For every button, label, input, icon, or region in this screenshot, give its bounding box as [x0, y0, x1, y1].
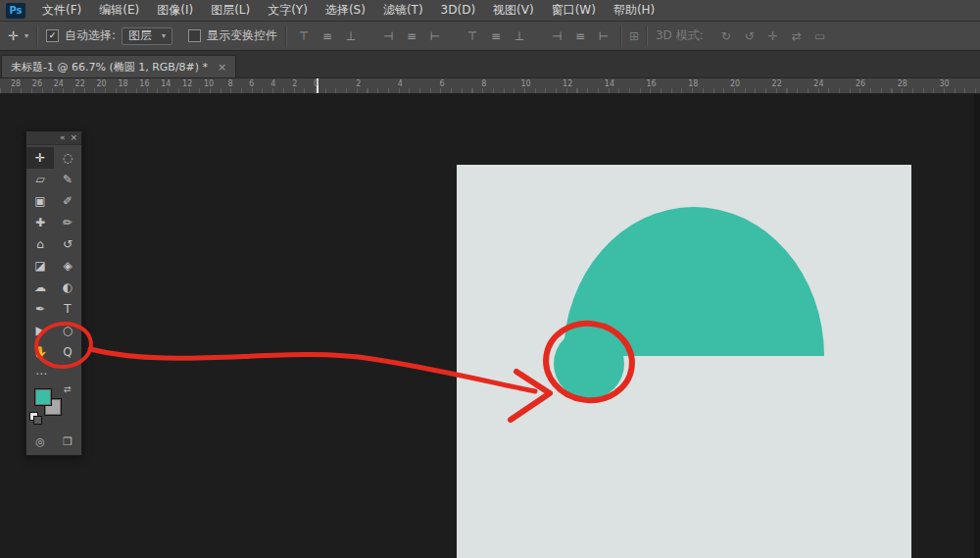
default-colors-back-icon: [33, 416, 42, 425]
ruler-label: 16: [139, 79, 149, 88]
foreground-color-swatch[interactable]: [34, 388, 52, 406]
auto-select-checkbox[interactable]: ✓: [46, 29, 59, 42]
color-swatches: ⇄: [26, 382, 81, 430]
menu-item-0[interactable]: 文件(F): [33, 0, 90, 21]
hand-tool[interactable]: ✋: [26, 341, 54, 363]
distribute-bottom-edges-icon[interactable]: ⊥: [508, 29, 531, 43]
menu-item-2[interactable]: 图像(I): [148, 0, 202, 21]
menu-item-4[interactable]: 文字(Y): [259, 0, 317, 21]
ruler-label: 20: [730, 79, 740, 88]
marquee-tool[interactable]: ◌: [54, 147, 81, 169]
menu-item-10[interactable]: 帮助(H): [605, 0, 663, 21]
quick-mask-icon[interactable]: ◎: [35, 435, 45, 448]
menu-item-7[interactable]: 3D(D): [432, 0, 484, 21]
align-icons-group: ⊤≡⊥⊣≡⊢⊤≡⊥⊣≡⊢: [292, 29, 615, 43]
lasso-tool[interactable]: ▱: [26, 169, 54, 190]
ruler-label: 4: [270, 79, 275, 88]
eyedropper-tool[interactable]: ✐: [54, 190, 81, 212]
3d-drag-icon[interactable]: ✛: [761, 29, 785, 43]
tools-panel-header[interactable]: « ×: [26, 131, 81, 145]
dodge-tool[interactable]: ◐: [54, 277, 81, 298]
menu-item-9[interactable]: 窗口(W): [543, 0, 605, 21]
type-tool[interactable]: T: [54, 298, 81, 320]
ruler-label: 22: [75, 79, 85, 88]
ruler-label: 10: [204, 79, 214, 88]
menu-item-5[interactable]: 选择(S): [317, 0, 374, 21]
menu-item-8[interactable]: 视图(V): [484, 0, 543, 21]
ruler-label: 8: [481, 79, 486, 88]
ruler-label: 6: [440, 79, 445, 88]
ruler-label: 20: [97, 79, 107, 88]
healing-brush-tool[interactable]: ✚: [26, 212, 54, 233]
auto-select-label: 自动选择:: [65, 27, 116, 44]
pen-tool[interactable]: ✒: [26, 298, 54, 320]
3d-slide-icon[interactable]: ⇄: [785, 29, 808, 43]
smudge-tool[interactable]: ☁: [26, 277, 54, 298]
document-tab[interactable]: 未标题-1 @ 66.7% (椭圆 1, RGB/8#) * ×: [1, 55, 236, 77]
tools-panel: « × ✛◌▱✎▣✐✚✏⌂↺◪◈☁◐✒T▶○✋Q ⋯ ⇄ ◎❐: [25, 130, 82, 456]
history-brush-tool[interactable]: ↺: [54, 233, 81, 255]
right-edge-strip: [974, 78, 980, 558]
auto-align-layers-icon[interactable]: ⊞: [622, 29, 646, 43]
screen-mode-icon[interactable]: ❐: [63, 435, 73, 448]
tools-panel-bottom: ◎❐: [26, 430, 81, 455]
move-tool[interactable]: ✛: [26, 147, 54, 169]
ellipse-tool[interactable]: ○: [54, 320, 81, 341]
photoshop-logo: Ps: [6, 3, 25, 19]
edit-toolbar-icon[interactable]: ⋯: [26, 365, 81, 382]
gradient-tool[interactable]: ◈: [54, 255, 81, 277]
align-vertical-centers-icon[interactable]: ≡: [316, 29, 339, 43]
tools-grid: ✛◌▱✎▣✐✚✏⌂↺◪◈☁◐✒T▶○✋Q: [26, 145, 81, 365]
show-transform-checkbox[interactable]: [188, 29, 201, 42]
distribute-vertical-centers-icon[interactable]: ≡: [484, 29, 508, 43]
3d-mode-label: 3D 模式:: [656, 27, 704, 44]
ruler-label: 24: [54, 79, 64, 88]
crop-tool[interactable]: ▣: [26, 190, 54, 212]
ruler-label: 0: [314, 79, 318, 88]
collapse-panel-icon[interactable]: «: [60, 131, 66, 144]
ruler-label: 28: [898, 79, 907, 88]
ruler-label: 16: [647, 79, 657, 88]
ruler-label: 26: [856, 79, 865, 88]
align-horizontal-centers-icon[interactable]: ≡: [400, 29, 423, 43]
swap-colors-icon[interactable]: ⇄: [64, 384, 72, 394]
auto-select-target-dropdown[interactable]: 图层 ▾: [122, 27, 172, 45]
dropdown-value: 图层: [128, 27, 152, 44]
menu-item-6[interactable]: 滤镜(T): [374, 0, 432, 21]
tool-preset-picker[interactable]: ✛ ▾: [0, 28, 36, 43]
chevron-down-icon: ▾: [162, 31, 166, 40]
quick-selection-tool[interactable]: ✎: [54, 169, 81, 190]
distribute-left-edges-icon[interactable]: ⊣: [545, 29, 568, 43]
menu-item-3[interactable]: 图层(L): [202, 0, 259, 21]
document-canvas[interactable]: [457, 165, 911, 558]
menu-item-1[interactable]: 编辑(E): [90, 0, 148, 21]
clone-stamp-tool[interactable]: ⌂: [26, 233, 54, 255]
3d-scale-icon[interactable]: ▭: [808, 29, 832, 43]
ruler-label: 14: [161, 79, 171, 88]
brush-tool[interactable]: ✏: [54, 212, 81, 233]
close-icon[interactable]: ×: [70, 131, 77, 144]
align-top-edges-icon[interactable]: ⊤: [292, 29, 316, 43]
distribute-top-edges-icon[interactable]: ⊤: [461, 29, 484, 43]
ruler-label: 18: [688, 79, 698, 88]
menu-bar: Ps 文件(F)编辑(E)图像(I)图层(L)文字(Y)选择(S)滤镜(T)3D…: [0, 0, 980, 22]
close-icon[interactable]: ×: [218, 61, 226, 74]
chevron-down-icon: ▾: [24, 31, 28, 40]
align-right-edges-icon[interactable]: ⊢: [423, 29, 447, 43]
ruler-label: 12: [563, 79, 572, 88]
align-left-edges-icon[interactable]: ⊣: [376, 29, 400, 43]
zoom-tool[interactable]: Q: [54, 341, 81, 363]
3d-roll-icon[interactable]: ↺: [738, 29, 761, 43]
ruler-label: 14: [605, 79, 614, 88]
photoshop-window: { "titlebar": { "logo_text": "Ps", "menu…: [0, 0, 980, 558]
eraser-tool[interactable]: ◪: [26, 255, 54, 277]
current-tool-icon: ✛: [8, 28, 19, 43]
align-bottom-edges-icon[interactable]: ⊥: [339, 29, 363, 43]
distribute-horizontal-centers-icon[interactable]: ≡: [568, 29, 592, 43]
3d-rotate-icon[interactable]: ↻: [714, 29, 738, 43]
distribute-right-edges-icon[interactable]: ⊢: [592, 29, 615, 43]
ruler-label: 28: [11, 79, 21, 88]
options-bar: ✛ ▾ ✓ 自动选择: 图层 ▾ 显示变换控件 ⊤≡⊥⊣≡⊢⊤≡⊥⊣≡⊢ ⊞ 3…: [0, 22, 980, 51]
horizontal-ruler[interactable]: 2826242220181614121086420246810121416182…: [0, 78, 980, 94]
path-selection-tool[interactable]: ▶: [26, 320, 54, 341]
